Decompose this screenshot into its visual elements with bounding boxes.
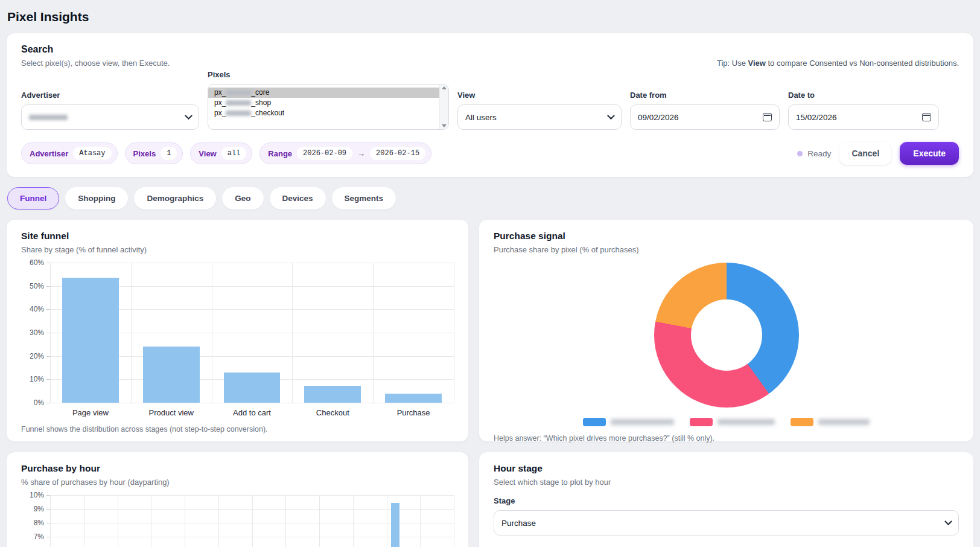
stage-select[interactable]: Purchase: [494, 510, 959, 536]
calendar-icon[interactable]: [763, 113, 772, 121]
funnel-bar-add-to-cart: [224, 373, 281, 403]
purchase-by-hour-title: Purchase by hour: [21, 463, 454, 474]
execute-button[interactable]: Execute: [900, 142, 959, 165]
purchase-signal-title: Purchase signal: [494, 231, 959, 242]
search-title: Search: [21, 44, 170, 55]
chip-value: all: [221, 147, 247, 160]
purchase-signal-footer: Helps answer: “Which pixel drives more p…: [494, 434, 959, 443]
view-label: View: [457, 91, 622, 100]
hour-stage-title: Hour stage: [494, 463, 959, 474]
y-tick-label: 10%: [30, 375, 44, 383]
purchase-signal-subtitle: Purchase share by pixel (% of purchases): [494, 245, 959, 254]
y-tick-label: 0%: [34, 398, 44, 407]
pixel-name-redacted: [226, 110, 251, 116]
gridline: [387, 495, 387, 547]
funnel-bar-purchase: [385, 394, 442, 403]
calendar-icon[interactable]: [922, 113, 931, 121]
gridline: [84, 495, 84, 547]
site-funnel-chart: 60%50%40%30%20%10%0%: [21, 263, 454, 403]
status-indicator: Ready: [797, 149, 831, 158]
gridline: [454, 263, 454, 403]
chevron-down-icon: [185, 112, 192, 120]
pixel-option[interactable]: px__checkout: [208, 108, 439, 118]
view-select[interactable]: All users: [457, 104, 622, 130]
gridline: [454, 495, 454, 547]
gridline: [131, 263, 132, 403]
pixel-option[interactable]: px__core: [208, 88, 439, 98]
chip-value: 1: [161, 147, 177, 160]
summary-chip-pixels: Pixels1: [125, 142, 183, 164]
page: Pixel Insights Search Select pixel(s), c…: [0, 0, 980, 547]
gridline: [50, 495, 51, 547]
purchase-signal-donut-chart: [654, 263, 799, 408]
gridline: [118, 495, 118, 547]
legend-swatch: [583, 418, 606, 426]
gridline: [353, 495, 354, 547]
x-axis-label: Page view: [50, 408, 131, 417]
site-funnel-title: Site funnel: [21, 231, 454, 242]
site-funnel-x-labels: Page viewProduct viewAdd to cartCheckout…: [50, 408, 454, 417]
date-to-value: 15/02/2026: [796, 113, 837, 122]
tick-mark: [46, 403, 50, 403]
pixels-scrollbar[interactable]: [439, 85, 448, 129]
advertiser-label: Advertiser: [21, 91, 199, 100]
y-tick-label: 10%: [30, 491, 44, 499]
x-axis-label: Product view: [131, 408, 212, 417]
date-to-input[interactable]: 15/02/2026: [788, 104, 939, 130]
arrow-right-icon: →: [357, 149, 365, 158]
gridline: [185, 495, 185, 547]
x-axis-label: Add to cart: [212, 408, 293, 417]
tab-demographics[interactable]: Demographics: [134, 187, 216, 210]
gridline: [50, 263, 51, 403]
y-tick-label: 50%: [30, 282, 44, 290]
chevron-down-icon: [607, 112, 615, 120]
x-axis-label: Purchase: [373, 408, 454, 417]
chip-value: Atasay: [73, 147, 111, 160]
pixel-name-redacted: [226, 90, 251, 95]
summary-chip-view: Viewall: [190, 142, 252, 164]
pixels-multiselect[interactable]: px__corepx__shoppx__checkout: [208, 84, 449, 130]
advertiser-select[interactable]: [21, 104, 199, 130]
gridline: [212, 263, 212, 403]
chip-label: Advertiser: [30, 149, 68, 158]
status-dot: [797, 151, 803, 156]
pixels-label: Pixels: [208, 70, 449, 79]
x-axis-label: Checkout: [292, 408, 373, 417]
tab-funnel[interactable]: Funnel: [7, 187, 59, 210]
hour-stage-subtitle: Select which stage to plot by hour: [494, 478, 959, 487]
chevron-down-icon: [944, 517, 952, 525]
cancel-button[interactable]: Cancel: [839, 142, 891, 165]
hour-stage-card: Hour stage Select which stage to plot by…: [479, 452, 974, 547]
tab-geo[interactable]: Geo: [222, 187, 263, 210]
legend-item: [583, 418, 674, 426]
stage-select-value: Purchase: [501, 519, 536, 528]
summary-chips: AdvertiserAtasayPixels1ViewallRange2026-…: [21, 142, 431, 164]
date-from-input[interactable]: 09/02/2026: [630, 104, 780, 130]
tab-segments[interactable]: Segments: [332, 187, 396, 210]
scroll-up-icon[interactable]: [442, 86, 447, 89]
scroll-down-icon[interactable]: [442, 124, 447, 127]
funnel-bar-product-view: [143, 347, 200, 403]
gridline: [373, 263, 374, 403]
tab-devices[interactable]: Devices: [270, 187, 326, 210]
gridline: [50, 403, 454, 403]
summary-chip-range: Range2026-02-09→2026-02-15: [259, 142, 431, 164]
y-tick-label: 30%: [30, 328, 44, 337]
purchase-by-hour-subtitle: % share of purchases by hour (dayparting…: [21, 478, 454, 487]
funnel-bar-page-view: [62, 278, 119, 403]
gridline: [218, 495, 219, 547]
view-select-value: All users: [465, 113, 497, 122]
chip-label: View: [199, 149, 216, 158]
legend-item: [690, 418, 775, 426]
legend-label-redacted: [818, 419, 870, 425]
pixel-option[interactable]: px__shop: [208, 98, 439, 108]
legend-label-redacted: [611, 419, 674, 425]
site-funnel-subtitle: Share by stage (% of funnel activity): [21, 245, 454, 254]
purchase-by-hour-chart: 10%9%8%7%6%5%4%3%2%1%0%: [21, 495, 454, 547]
tab-shopping[interactable]: Shopping: [65, 187, 128, 210]
y-tick-label: 20%: [30, 352, 44, 360]
chip-label: Pixels: [133, 149, 156, 158]
gridline: [285, 495, 286, 547]
gridline: [420, 495, 421, 547]
page-title: Pixel Insights: [6, 6, 974, 33]
